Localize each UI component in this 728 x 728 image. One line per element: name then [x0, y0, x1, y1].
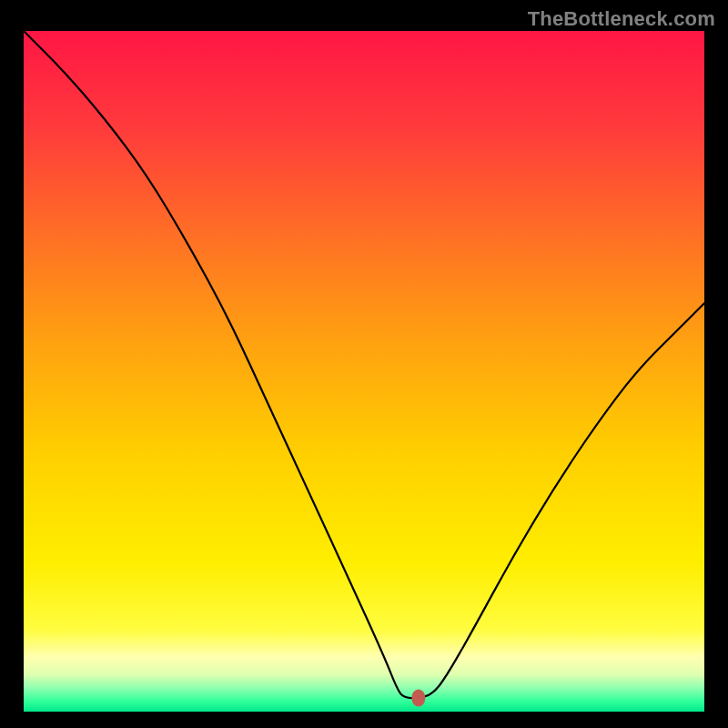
plot-svg — [24, 31, 704, 712]
chart-container: TheBottleneck.com — [0, 0, 728, 728]
gradient-background — [24, 31, 704, 712]
optimal-marker — [411, 690, 425, 707]
plot-area — [24, 31, 704, 712]
watermark-text: TheBottleneck.com — [528, 7, 715, 31]
